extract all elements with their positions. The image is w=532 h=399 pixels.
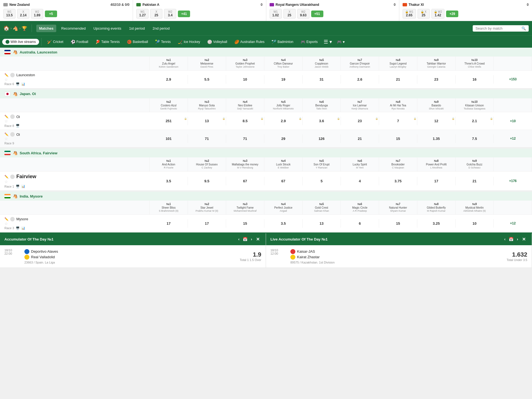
odds-8[interactable]: 10 [456, 219, 494, 228]
odds-plus[interactable]: +153 [494, 75, 532, 83]
bet-w1[interactable]: W11.02 [270, 9, 282, 19]
odds-5[interactable]: 6 [341, 219, 379, 228]
nav-1st-period[interactable]: 1st period [126, 25, 148, 32]
odds-plus[interactable]: +12 [494, 219, 532, 227]
odds-5[interactable]: 21 [341, 134, 379, 143]
bet-plus[interactable]: +5 [45, 11, 57, 17]
odds-2[interactable]: 15 [226, 219, 264, 228]
sport-tab-tennis[interactable]: 🎾 Tennis [152, 38, 174, 46]
odds-3[interactable]: 19 [264, 75, 303, 84]
odds-5[interactable]: 2.6 [341, 75, 379, 84]
odds-1[interactable]: 17 [188, 219, 226, 228]
star-icon[interactable]: ☆ [4, 180, 8, 184]
odds-2[interactable]: 10 [226, 75, 264, 84]
odds-5[interactable]: 4 [341, 177, 379, 185]
bet-w2[interactable]: 🔒 W21.42 [431, 9, 445, 19]
accum-calendar-btn-2[interactable]: 📅 [508, 236, 515, 242]
odds-locked-0[interactable]: 251 [150, 117, 188, 125]
odds-1[interactable]: 5.5 [188, 75, 226, 84]
sport-tab-tabletennis[interactable]: 🏓 Table Tennis [92, 38, 123, 46]
bet-x[interactable]: X25 [283, 9, 296, 19]
accum-close-btn-1[interactable]: ✕ [254, 236, 261, 242]
odds-locked-7[interactable]: 12 [417, 117, 456, 125]
odds-locked-2[interactable]: 8.5 [226, 117, 264, 125]
odds-4[interactable]: 13 [303, 219, 341, 228]
odds-1[interactable]: 9.5 [188, 177, 226, 185]
odds-0[interactable]: 101 [150, 134, 188, 143]
horse-icon[interactable]: 🐴 [13, 26, 18, 31]
gamepad-btn[interactable]: 🎮 ▾ [335, 39, 347, 45]
odds-6[interactable]: 15 [379, 219, 417, 228]
odds-6[interactable]: 21 [379, 75, 417, 84]
odds-locked-1[interactable]: 13 [188, 117, 226, 125]
odds-2[interactable]: 71 [226, 134, 264, 143]
bet-plus[interactable]: +41 [178, 11, 190, 17]
odds-8[interactable]: 16 [456, 75, 494, 84]
bet-plus[interactable]: +29 [446, 11, 458, 17]
bet-plus[interactable]: +51 [311, 11, 323, 17]
odds-2[interactable]: 67 [226, 177, 264, 185]
search-input[interactable] [475, 26, 520, 30]
bet-w1[interactable]: W113.5 [3, 9, 16, 19]
odds-plus[interactable]: +10 [494, 117, 532, 125]
more-sports-btn[interactable]: ☰ ▾ [321, 38, 334, 46]
sport-tab-cricket[interactable]: 🏏 Cricket [44, 38, 66, 46]
sport-tab-aussierules[interactable]: 🏉 Australian Rules [231, 38, 268, 46]
trophy-icon[interactable]: 🏆 [22, 26, 27, 31]
odds-6[interactable]: 15 [379, 134, 417, 143]
odds-7[interactable]: 17 [417, 177, 456, 185]
odds-locked-5[interactable]: 23 [341, 117, 379, 125]
live-streams-toggle[interactable]: With live streams [2, 39, 39, 45]
odds-3[interactable]: 3.5 [264, 219, 303, 228]
odds-3[interactable]: 29 [264, 134, 303, 143]
sport-tab-icehockey[interactable]: 🏒 Ice Hockey [175, 38, 203, 46]
star-icon[interactable]: ☆ [4, 137, 8, 141]
sport-tab-football[interactable]: ⚽ Football [67, 38, 92, 46]
odds-0[interactable]: 17 [150, 219, 188, 228]
odds-1[interactable]: 71 [188, 134, 226, 143]
nav-upcoming[interactable]: Upcoming events [91, 25, 124, 32]
bet-x[interactable]: X25 [150, 9, 162, 19]
sport-tab-esports[interactable]: 🎮 Esports [297, 38, 321, 46]
bet-x[interactable]: X2.14 [17, 9, 29, 19]
bet-w2[interactable]: W21.89 [31, 9, 43, 19]
accum-prev-btn-2[interactable]: ‹ [503, 236, 507, 242]
home-icon[interactable]: 🏠 [3, 25, 9, 31]
odds-7[interactable]: 3.25 [417, 219, 456, 228]
odds-7[interactable]: 1.35 [417, 134, 456, 143]
accum-prev-btn-1[interactable]: ‹ [237, 236, 241, 242]
bet-w2[interactable]: W23.4 [164, 9, 176, 19]
accum-next-btn-1[interactable]: › [250, 236, 253, 242]
odds-0[interactable]: 2.9 [150, 75, 188, 84]
odds-plus[interactable]: +12 [494, 134, 532, 143]
accum-next-btn-2[interactable]: › [516, 236, 519, 242]
star-icon[interactable]: ☆ [4, 221, 8, 226]
odds-8[interactable]: 7.5 [456, 134, 494, 143]
bet-w2[interactable]: W29.63 [297, 9, 310, 19]
bet-w1[interactable]: W11.27 [136, 9, 149, 19]
odds-0[interactable]: 3.5 [150, 177, 188, 185]
sport-tab-volleyball[interactable]: 🏐 Volleyball [204, 38, 231, 46]
odds-8[interactable]: 21 [456, 177, 494, 185]
bet-x[interactable]: 🔒 X25 [418, 9, 430, 19]
star-icon[interactable]: ☆ [4, 119, 8, 123]
odds-6[interactable]: 3.75 [379, 177, 417, 185]
odds-4[interactable]: 31 [303, 75, 341, 84]
nav-matches[interactable]: Matches [36, 25, 56, 32]
nav-recommended[interactable]: Recommended [58, 25, 88, 32]
odds-4[interactable]: 126 [303, 134, 341, 143]
odds-locked-4[interactable]: 3.6 [303, 117, 341, 125]
accum-close-btn-2[interactable]: ✕ [520, 236, 527, 242]
odds-locked-8[interactable]: 2.1 [456, 117, 494, 125]
bet-w1[interactable]: 🔒 W12.65 [403, 9, 416, 19]
odds-4[interactable]: 5 [303, 177, 341, 185]
odds-3[interactable]: 67 [264, 177, 303, 185]
star-icon[interactable]: ☆ [4, 77, 8, 82]
odds-plus[interactable]: +176 [494, 177, 532, 185]
odds-locked-6[interactable]: 7 [379, 117, 417, 125]
odds-locked-3[interactable]: 2.9 [264, 117, 303, 125]
accum-calendar-btn-1[interactable]: 📅 [242, 236, 249, 242]
sport-tab-basketball[interactable]: 🏀 Basketball [124, 38, 151, 46]
nav-2nd-period[interactable]: 2nd period [150, 25, 172, 32]
sport-tab-badminton[interactable]: 🏸 Badminton [268, 38, 296, 46]
